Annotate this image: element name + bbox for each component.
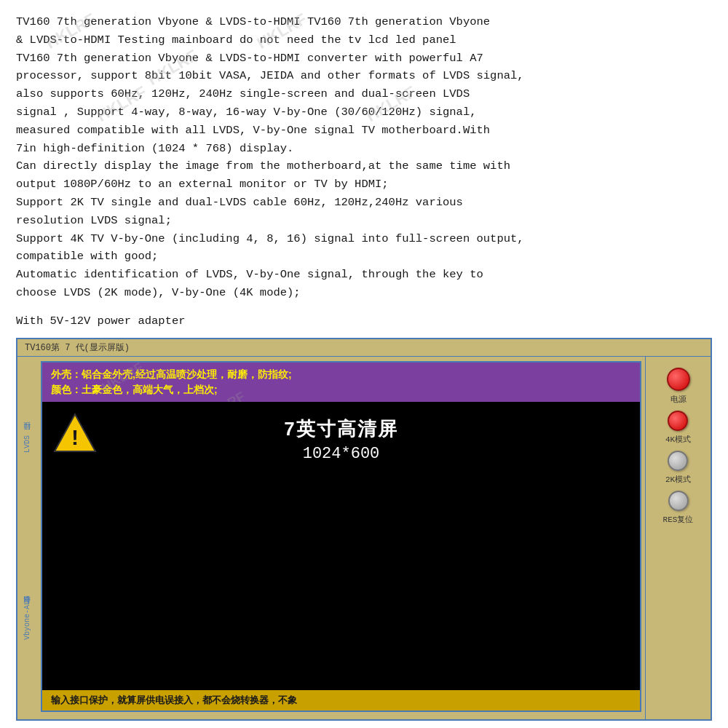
- power-line: With 5V-12V power adapter: [16, 312, 712, 331]
- 2k-mode-button[interactable]: [668, 451, 688, 471]
- warning-icon: !: [53, 413, 97, 453]
- 4k-mode-button[interactable]: [668, 411, 688, 431]
- bottom-bar: 输入接口保护，就算屏供电误接入，都不会烧转换器，不象: [42, 690, 640, 711]
- power-button-group: 电源: [667, 368, 690, 405]
- 4k-button-group: 4K模式: [665, 411, 691, 445]
- device-top-label: TV160第 7 代(显示屏版): [25, 341, 130, 354]
- screen-main-text: 7英寸高清屏: [284, 416, 397, 442]
- 2k-label: 2K模式: [665, 474, 691, 485]
- bottom-text: 输入接口保护，就算屏供电误接入，都不会烧转换器，不象: [51, 694, 631, 707]
- left-label-1: LVDS接口: [23, 435, 33, 453]
- res-button[interactable]: [668, 491, 689, 511]
- res-label: RES复位: [663, 514, 694, 525]
- device-top-bar: TV160第 7 代(显示屏版): [17, 339, 711, 357]
- left-label-2: Vbyone-群创ALG: [23, 596, 33, 640]
- left-labels: LVDS接口 Vbyone-群创ALG: [17, 357, 38, 719]
- main-description: TV160 7th generation Vbyone & LVDS-to-HD…: [16, 13, 712, 302]
- screen-content: ! 7英寸高清屏 1024*600: [42, 402, 640, 690]
- purple-line-1: 外壳：铝合金外壳,经过高温喷沙处理，耐磨，防指纹;: [51, 367, 631, 382]
- page-container: HKLRF HKLRF HKLRF HKLRF HKLRF TV160 7th …: [0, 0, 728, 728]
- power-label: 电源: [670, 394, 687, 405]
- purple-line-2: 颜色：土豪金色，高端大气，上档次;: [51, 382, 631, 397]
- purple-bar: 外壳：铝合金外壳,经过高温喷沙处理，耐磨，防指纹; 颜色：土豪金色，高端大气，上…: [42, 363, 640, 402]
- device-image: TV160第 7 代(显示屏版) LVDS接口 Vbyone-群创ALG HKL…: [16, 338, 712, 721]
- screen-sub-text: 1024*600: [303, 445, 380, 463]
- 2k-button-group: 2K模式: [665, 451, 691, 485]
- description-section: TV160 7th generation Vbyone & LVDS-to-HD…: [0, 0, 728, 338]
- 4k-label: 4K模式: [665, 434, 691, 445]
- screen-area: HKLRF HKLRF HKLRF 外壳：铝合金外壳,经过高温喷沙处理，耐磨，防…: [41, 361, 641, 712]
- svg-text:!: !: [68, 427, 82, 451]
- warning-container: !: [53, 413, 97, 456]
- right-panel: 电源 4K模式 2K模式 RES复位: [645, 357, 711, 719]
- power-button[interactable]: [667, 368, 690, 391]
- res-button-group: RES复位: [663, 491, 694, 525]
